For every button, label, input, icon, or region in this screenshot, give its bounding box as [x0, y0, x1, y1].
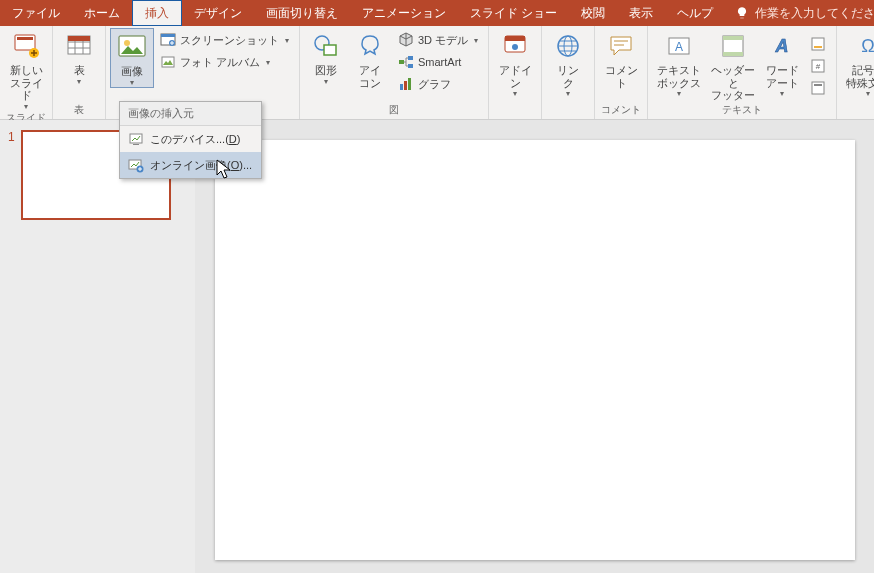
- header-footer-icon: [717, 30, 749, 62]
- group-tables: 表 ▾ 表: [53, 26, 106, 119]
- tab-design[interactable]: デザイン: [182, 0, 254, 26]
- chevron-down-icon: ▾: [513, 89, 517, 98]
- svg-rect-28: [723, 52, 743, 56]
- new-slide-button[interactable]: 新しい スライド ▾: [4, 28, 48, 111]
- chevron-down-icon: ▾: [130, 78, 134, 87]
- svg-rect-34: [812, 82, 824, 94]
- wordart-button[interactable]: A ワード アート ▾: [760, 28, 804, 98]
- comment-icon: [605, 30, 637, 62]
- group-comments: コメン ト コメント: [595, 26, 648, 119]
- chevron-down-icon: ▾: [24, 102, 28, 111]
- text-extra-3[interactable]: [806, 78, 830, 98]
- smartart-label: SmartArt: [418, 56, 461, 68]
- tell-me[interactable]: 作業を入力してください: [725, 0, 874, 26]
- svg-rect-12: [324, 45, 336, 55]
- svg-text:Ω: Ω: [861, 36, 874, 56]
- svg-rect-1: [17, 37, 33, 40]
- svg-rect-14: [408, 56, 413, 60]
- chevron-down-icon: ▾: [266, 58, 270, 67]
- link-label: リン ク: [557, 64, 579, 89]
- svg-rect-8: [161, 34, 175, 37]
- svg-rect-13: [399, 60, 404, 64]
- text-extra-1[interactable]: [806, 34, 830, 54]
- svg-text:A: A: [775, 36, 789, 56]
- tab-animations[interactable]: アニメーション: [350, 0, 458, 26]
- 3d-models-label: 3D モデル: [418, 33, 468, 48]
- pictures-label: 画像: [121, 65, 143, 78]
- tab-strip: ファイル ホーム 挿入 デザイン 画面切り替え アニメーション スライド ショー…: [0, 0, 874, 26]
- svg-rect-38: [133, 144, 139, 145]
- slide-number: 1: [8, 130, 15, 220]
- svg-rect-20: [505, 36, 525, 41]
- header-footer-button[interactable]: ヘッダーと フッター: [706, 28, 760, 102]
- slide-editor-area: [195, 120, 874, 573]
- omega-icon: Ω: [852, 30, 874, 62]
- addins-button[interactable]: アドイ ン ▾: [493, 28, 537, 98]
- icons-button[interactable]: アイ コン: [348, 28, 392, 89]
- group-addins: アドイ ン ▾: [489, 26, 542, 119]
- this-device-item[interactable]: このデバイス...(D): [120, 126, 261, 152]
- dropdown-header: 画像の挿入元: [120, 102, 261, 126]
- comment-button[interactable]: コメン ト: [599, 28, 643, 89]
- screenshot-icon: [160, 32, 176, 48]
- tell-me-label: 作業を入力してください: [755, 5, 874, 22]
- 3d-models-button[interactable]: 3D モデル ▾: [394, 30, 482, 50]
- group-label-illustrations: 図: [304, 103, 484, 119]
- pictures-dropdown: 画像の挿入元 このデバイス...(D) オンライン画像(O)...: [119, 101, 262, 179]
- svg-rect-16: [400, 84, 403, 90]
- svg-text:#: #: [816, 62, 821, 71]
- comment-label: コメン ト: [605, 64, 638, 89]
- icons-label: アイ コン: [359, 64, 381, 89]
- tab-file[interactable]: ファイル: [0, 0, 72, 26]
- chart-icon: [398, 76, 414, 92]
- group-label-addins: [493, 103, 537, 119]
- svg-point-21: [512, 44, 518, 50]
- smartart-icon: [398, 54, 414, 70]
- group-label-comments: コメント: [599, 103, 643, 119]
- addins-label: アドイ ン: [499, 64, 532, 89]
- text-extra-2[interactable]: #: [806, 56, 830, 76]
- picture-icon: [116, 31, 148, 63]
- link-button[interactable]: リン ク ▾: [546, 28, 590, 98]
- chevron-down-icon: ▾: [677, 89, 681, 98]
- svg-point-6: [124, 40, 130, 46]
- pictures-button[interactable]: 画像 ▾: [110, 28, 154, 88]
- svg-rect-30: [812, 38, 824, 50]
- tab-insert[interactable]: 挿入: [132, 0, 182, 26]
- chevron-down-icon: ▾: [77, 77, 81, 86]
- online-pictures-item[interactable]: オンライン画像(O)...: [120, 152, 261, 178]
- online-pictures-label: オンライン画像(O)...: [150, 158, 252, 173]
- photo-album-button[interactable]: フォト アルバム ▾: [156, 52, 293, 72]
- shapes-icon: [310, 30, 342, 62]
- textbox-label: テキスト ボックス: [657, 64, 701, 89]
- group-text: A テキスト ボックス ▾ ヘッダーと フッター A ワード アート ▾: [648, 26, 837, 119]
- tab-transitions[interactable]: 画面切り替え: [254, 0, 350, 26]
- group-label-symbols: [841, 103, 874, 119]
- symbols-label: 記号と 特殊文字: [846, 64, 874, 89]
- svg-rect-4: [68, 36, 90, 41]
- tab-slideshow[interactable]: スライド ショー: [458, 0, 569, 26]
- screenshot-label: スクリーンショット: [180, 33, 279, 48]
- group-label-links: [546, 103, 590, 119]
- chart-button[interactable]: グラフ: [394, 74, 482, 94]
- symbols-button[interactable]: Ω 記号と 特殊文字 ▾: [841, 28, 874, 98]
- group-label-tables: 表: [57, 103, 101, 119]
- svg-rect-15: [408, 64, 413, 68]
- smartart-button[interactable]: SmartArt: [394, 52, 482, 72]
- chevron-down-icon: ▾: [866, 89, 870, 98]
- tab-view[interactable]: 表示: [617, 0, 665, 26]
- tab-home[interactable]: ホーム: [72, 0, 132, 26]
- textbox-button[interactable]: A テキスト ボックス ▾: [652, 28, 706, 98]
- new-slide-label: 新しい スライド: [6, 64, 46, 102]
- tab-help[interactable]: ヘルプ: [665, 0, 725, 26]
- screenshot-button[interactable]: スクリーンショット ▾: [156, 30, 293, 50]
- svg-rect-10: [162, 57, 174, 67]
- shapes-label: 図形: [315, 64, 337, 77]
- shapes-button[interactable]: 図形 ▾: [304, 28, 348, 86]
- group-label-text: テキスト: [652, 103, 832, 119]
- tab-review[interactable]: 校閲: [569, 0, 617, 26]
- table-button[interactable]: 表 ▾: [57, 28, 101, 86]
- online-pictures-icon: [128, 157, 144, 173]
- chevron-down-icon: ▾: [474, 36, 478, 45]
- slide-canvas[interactable]: [215, 140, 855, 560]
